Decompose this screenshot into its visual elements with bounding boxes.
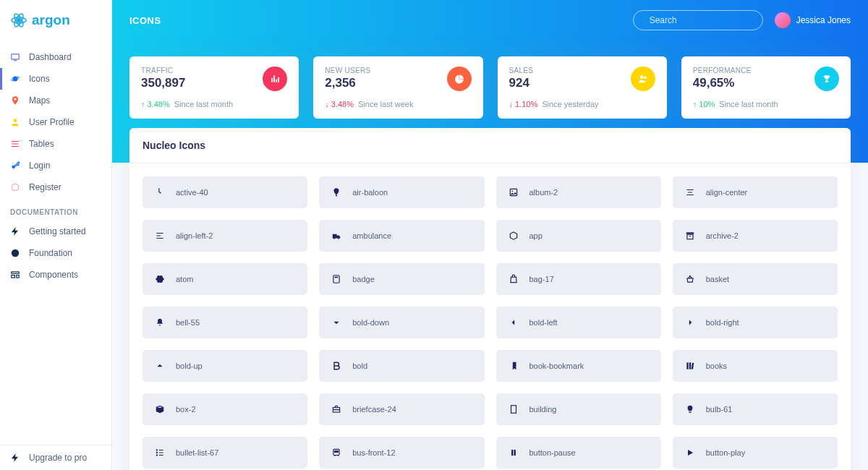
bell-55-icon [154,317,166,328]
sidebar-item-label: Maps [29,95,101,106]
icon-label: air-baloon [352,188,388,197]
sidebar-item-user-profile[interactable]: User Profile [0,111,111,133]
stat-since: Since last month [719,100,778,108]
ui-icon [10,270,20,280]
icon-bold[interactable]: bold [319,350,484,382]
palette-icon [10,248,20,258]
sidebar-item-dashboard[interactable]: Dashboard [0,46,111,68]
icon-bulb-61[interactable]: bulb-61 [673,393,838,425]
active-40-icon [154,187,166,198]
argon-logo-icon [10,12,27,29]
archive-2-icon [684,230,696,242]
svg-rect-13 [17,275,20,278]
badge-icon [331,273,342,285]
icon-bus-front-12[interactable]: bus-front-12 [319,437,484,469]
icon-label: bold-up [176,362,203,370]
circle-icon [10,182,20,192]
icon-align-left-2[interactable]: align-left-2 [142,220,307,252]
icon-bold-up[interactable]: bold-up [142,350,307,382]
doc-item-components[interactable]: Components [0,264,111,286]
icon-air-baloon[interactable]: air-baloon [319,176,484,208]
sidebar-item-tables[interactable]: Tables [0,133,111,155]
svg-point-37 [338,455,339,456]
stat-card-sales: SALES 924 ↓ 1.10% Since yesterday [498,56,667,119]
brand-logo[interactable]: argon [0,0,111,40]
page-title: ICONS [129,15,161,26]
sidebar-item-register[interactable]: Register [0,176,111,198]
avatar [775,12,791,28]
user-icon [10,117,20,127]
icon-bold-left[interactable]: bold-left [496,307,661,338]
search-box[interactable] [633,10,763,30]
icon-label: button-play [706,448,745,457]
book-bookmark-icon [508,360,519,372]
doc-item-label: Foundation [29,248,101,258]
icon-badge[interactable]: badge [319,263,484,295]
main: ICONS Jessica Jones TRAFFIC 350,897 ↑ 3 [112,0,868,470]
icon-bag-17[interactable]: bag-17 [496,263,661,295]
icon-briefcase-24[interactable]: briefcase-24 [319,393,484,425]
stat-delta: ↑ 10% [693,100,715,108]
pie-icon [447,67,472,91]
doc-item-getting-started[interactable]: Getting started [0,221,111,242]
icon-album-2[interactable]: album-2 [496,176,661,208]
svg-rect-24 [333,275,339,283]
icon-button-play[interactable]: button-play [673,437,838,469]
bulb-61-icon [684,403,696,415]
briefcase-24-icon [331,403,342,415]
icon-ambulance[interactable]: ambulance [319,220,484,252]
sidebar-item-maps[interactable]: Maps [0,90,111,111]
docs-header: DOCUMENTATION [0,198,111,221]
user-menu[interactable]: Jessica Jones [775,12,851,28]
bullet-list-67-icon [154,447,166,458]
icon-book-bookmark[interactable]: book-bookmark [496,350,661,382]
stat-card-traffic: TRAFFIC 350,897 ↑ 3.48% Since last month [129,56,299,119]
chart-icon [263,67,287,91]
icon-label: bold-left [529,318,558,327]
icon-label: basket [706,275,729,283]
icon-label: bullet-list-67 [176,448,218,457]
icon-bold-down[interactable]: bold-down [319,307,484,338]
bus-front-12-icon [331,447,342,458]
icon-bold-right[interactable]: bold-right [673,307,838,338]
sidebar-item-label: Dashboard [29,52,101,62]
sidebar-item-label: Tables [29,139,101,149]
svg-rect-39 [514,450,515,456]
svg-point-33 [156,455,157,456]
bold-right-icon [684,317,696,328]
air-baloon-icon [331,187,342,198]
icon-button-pause[interactable]: button-pause [496,437,661,469]
svg-rect-4 [12,54,20,59]
button-play-icon [684,447,696,458]
icon-label: archive-2 [706,231,739,240]
sidebar-item-login[interactable]: Login [0,155,111,176]
doc-item-foundation[interactable]: Foundation [0,242,111,264]
icon-bell-55[interactable]: bell-55 [142,307,307,338]
icon-basket[interactable]: basket [673,263,838,295]
icon-label: books [706,362,727,370]
upgrade-link[interactable]: Upgrade to pro [0,445,111,470]
stat-delta: ↓ 3.48% [325,100,354,108]
icon-label: bold-down [352,318,389,327]
icon-app[interactable]: app [496,220,661,252]
sidebar-item-icons[interactable]: Icons [0,68,111,90]
icon-label: align-left-2 [176,231,213,240]
icon-active-40[interactable]: active-40 [142,176,307,208]
icon-archive-2[interactable]: archive-2 [673,220,838,252]
icon-align-center[interactable]: align-center [673,176,838,208]
icon-books[interactable]: books [673,350,838,382]
bold-up-icon [154,360,166,372]
stat-since: Since yesterday [542,100,598,108]
icon-label: album-2 [529,188,558,197]
icon-building[interactable]: building [496,393,661,425]
bold-icon [331,360,342,372]
icon-atom[interactable]: atom [142,263,307,295]
content: Nucleo Icons active-40air-baloonalbum-2a… [112,128,868,470]
icon-bullet-list-67[interactable]: bullet-list-67 [142,437,307,469]
search-input[interactable] [650,15,758,25]
svg-point-36 [334,455,336,456]
sidebar-item-label: Register [29,182,101,192]
stat-since: Since last week [358,100,413,108]
stat-label: PERFORMANCE [693,67,752,74]
icon-box-2[interactable]: box-2 [142,393,307,425]
